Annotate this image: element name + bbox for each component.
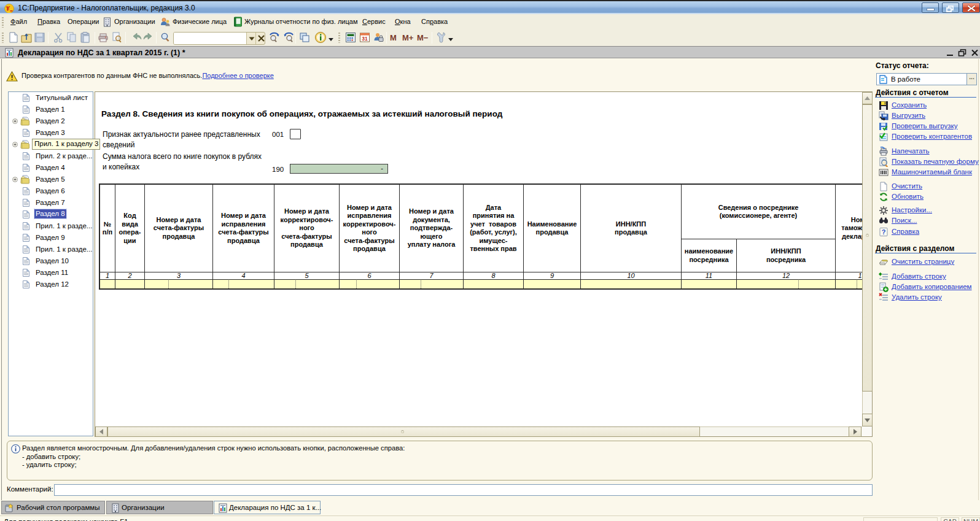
svg-text:?: ? [882, 228, 886, 236]
svg-text:31: 31 [362, 36, 368, 42]
